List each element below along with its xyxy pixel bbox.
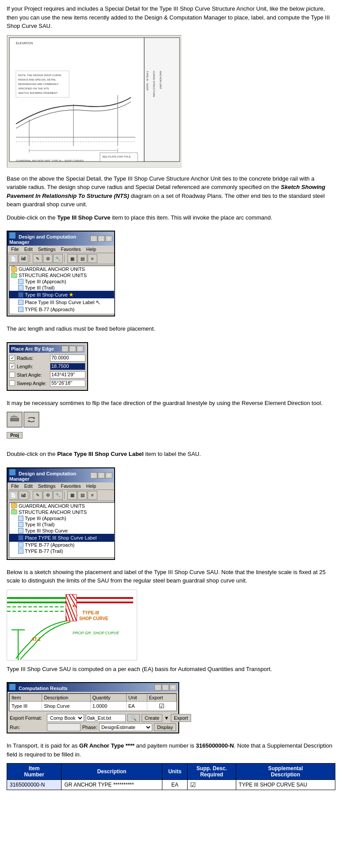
maximize-btn-2[interactable]: □: [98, 472, 105, 478]
export-file-input[interactable]: [86, 714, 126, 722]
radius-input[interactable]: 70.0000: [50, 355, 85, 362]
menubar-1: File Edit Settings Favorites Help: [8, 246, 114, 253]
toolbar-btn6-1[interactable]: ▦: [67, 254, 77, 263]
export-btn[interactable]: Export: [171, 714, 191, 722]
toolbar-btn7-1[interactable]: ▤: [77, 254, 87, 263]
tree-item-place-label[interactable]: Place Type III Shop Curve Label ↖: [9, 298, 114, 306]
toolbar-btn5-1[interactable]: 🔧: [53, 254, 63, 263]
tree-item-type3-trail[interactable]: Type III (Trail): [9, 285, 114, 291]
paragraph-1: Base on the above the Special Detail, th…: [7, 174, 335, 209]
menu-edit-2[interactable]: Edit: [22, 483, 35, 489]
tree-view-2[interactable]: GUARDRAIL ANCHOR UNITS STRUCTURE ANCHOR …: [9, 502, 115, 558]
tree-item-type3-shop-curve[interactable]: Type III Shop Curve ★: [9, 291, 114, 298]
toolbar-btn3-1[interactable]: ✎: [33, 254, 42, 263]
menu-file-2[interactable]: File: [8, 483, 22, 489]
tree2-item-structure[interactable]: STRUCTURE ANCHOR UNITS: [9, 509, 114, 515]
svg-text:TYPE-III: TYPE-III: [82, 610, 99, 615]
tool-btn-1[interactable]: [7, 412, 23, 428]
menu-help-1[interactable]: Help: [84, 246, 99, 252]
comp-maximize-btn[interactable]: □: [162, 684, 169, 691]
tree2-item-guardrail[interactable]: GUARDRAIL ANCHOR UNITS: [9, 503, 114, 509]
tree-item-guardrail[interactable]: GUARDRAIL ANCHOR UNITS: [9, 266, 114, 272]
toolbar-btn7-2[interactable]: ▤: [77, 491, 87, 500]
start-angle-label: Start Angle:: [17, 372, 50, 378]
comp-titlebar-buttons[interactable]: _ □ ×: [154, 684, 177, 691]
display-btn[interactable]: Display: [154, 723, 176, 731]
cell-export-checkbox[interactable]: ☑: [147, 702, 176, 711]
comp-dialog: Computation Results _ □ × Item Descripti…: [7, 682, 179, 733]
svg-text:SPECIFIED ON THE NTS: SPECIFIED ON THE NTS: [18, 87, 49, 90]
paragraph-5: Double-click on the Place Type III Shop …: [7, 450, 335, 459]
comp-minimize-btn[interactable]: _: [154, 684, 161, 691]
toolbar-new-2[interactable]: 📄: [8, 491, 18, 500]
tree2-item-b77-approach[interactable]: TYPE B-77 (Approach): [9, 542, 114, 548]
export-format-select[interactable]: Comp Book: [47, 714, 84, 722]
toolbar-btn8-1[interactable]: ≡: [88, 254, 97, 263]
svg-text:CURVE STRUCTURE: CURVE STRUCTURE: [153, 71, 155, 97]
tool-buttons: [7, 412, 335, 428]
toolbar-btn4-1[interactable]: ⚙: [43, 254, 53, 263]
create-btn[interactable]: Create: [142, 714, 162, 722]
maximize-btn-1[interactable]: □: [98, 235, 105, 242]
arc-minimize-btn[interactable]: _: [61, 346, 69, 352]
item-icon-b77: [18, 307, 23, 312]
comp-titlebar: Computation Results _ □ ×: [8, 683, 178, 692]
menu-favorites-1[interactable]: Favorites: [58, 246, 83, 252]
tree2-item-b77-trail[interactable]: TYPE B-77 (Trail): [9, 548, 114, 554]
menu-help-2[interactable]: Help: [84, 483, 99, 489]
menu-edit-1[interactable]: Edit: [22, 246, 35, 252]
minimize-btn-2[interactable]: _: [90, 472, 97, 478]
export-format-label: Export Format:: [10, 715, 45, 721]
toolbar-btn8-2[interactable]: ≡: [88, 491, 97, 500]
tree-item-structure[interactable]: STRUCTURE ANCHOR UNITS: [9, 272, 114, 278]
toolbar-btn5-2[interactable]: 🔧: [53, 491, 63, 500]
tree-item-b77-approach[interactable]: TYPE B-77 (Approach): [9, 306, 114, 312]
menu-file-1[interactable]: File: [8, 246, 22, 252]
titlebar-buttons-2[interactable]: _ □ ×: [90, 472, 112, 478]
radius-checkbox[interactable]: ✓: [9, 355, 15, 361]
tree2-item-type3-shop-curve[interactable]: Type III Shop Curve: [9, 528, 114, 534]
menu-favorites-2[interactable]: Favorites: [58, 483, 83, 489]
tree2-item-place-label[interactable]: Place TYPE III Shop Curve Label ↖: [9, 534, 114, 542]
tree-item-type3-approach[interactable]: Type III (Approach): [9, 278, 114, 285]
toolbar-btn3-2[interactable]: ✎: [33, 491, 42, 500]
start-angle-input[interactable]: 143°41'29": [50, 371, 85, 378]
tree2-item-type3-trail[interactable]: Type III (Trail): [9, 521, 114, 528]
toolbar-1: 📄 id ✎ ⚙ 🔧 ▦ ▤ ≡: [8, 253, 114, 264]
sweep-angle-input[interactable]: 55°26'18": [50, 380, 85, 387]
minimize-btn-1[interactable]: _: [90, 235, 97, 242]
menu-settings-1[interactable]: Settings: [35, 246, 58, 252]
svg-text:AT-1: AT-1: [31, 637, 41, 642]
close-btn-1[interactable]: ×: [105, 235, 112, 242]
paragraph-2: Double-click on the Type III Shop Curve …: [7, 213, 335, 222]
run-input[interactable]: [47, 723, 81, 731]
cursor2-icon: ↖: [97, 534, 103, 541]
length-input[interactable]: 18.7500: [50, 363, 85, 370]
menu-settings-2[interactable]: Settings: [35, 483, 58, 489]
tree2-item-type3-approach[interactable]: Type III (Approach): [9, 515, 114, 521]
toolbar-id-2[interactable]: id: [19, 491, 28, 500]
search-btn[interactable]: 🔍: [127, 714, 140, 722]
sweep-angle-checkbox[interactable]: [9, 380, 15, 386]
arc-titlebar-buttons[interactable]: _ □ ×: [61, 346, 84, 352]
arc-length-row: ✓ Length: 18.7500: [9, 363, 85, 370]
bottom-col-description: Description: [61, 764, 162, 780]
tree-view-1[interactable]: GUARDRAIL ANCHOR UNITS STRUCTURE ANCHOR …: [9, 266, 115, 314]
tool-btn-2[interactable]: [23, 412, 39, 428]
toolbar-btn4-2[interactable]: ⚙: [43, 491, 53, 500]
bottom-cell-supp-req[interactable]: ☑: [188, 780, 236, 790]
svg-text:TYPE III - SHOP: TYPE III - SHOP: [146, 71, 149, 91]
titlebar-buttons-1[interactable]: _ □ ×: [90, 235, 112, 242]
arc-close-btn[interactable]: ×: [77, 346, 84, 352]
toolbar-btn6-2[interactable]: ▦: [67, 491, 77, 500]
length-checkbox[interactable]: ✓: [9, 363, 15, 369]
close-btn-2[interactable]: ×: [105, 472, 112, 478]
arc-maximize-btn[interactable]: □: [69, 346, 76, 352]
drawing-svg: ELEVATION GUARDRAIL ANCHOR UNIT, TYPE II…: [7, 35, 181, 168]
menubar-2: File Edit Settings Favorites Help: [8, 482, 114, 490]
comp-close-btn[interactable]: ×: [169, 684, 177, 691]
phase-select[interactable]: DesignEstimate: [99, 723, 152, 731]
toolbar-new-1[interactable]: 📄: [8, 254, 18, 263]
start-angle-checkbox[interactable]: [9, 372, 15, 378]
toolbar-id-1[interactable]: id: [19, 254, 28, 263]
